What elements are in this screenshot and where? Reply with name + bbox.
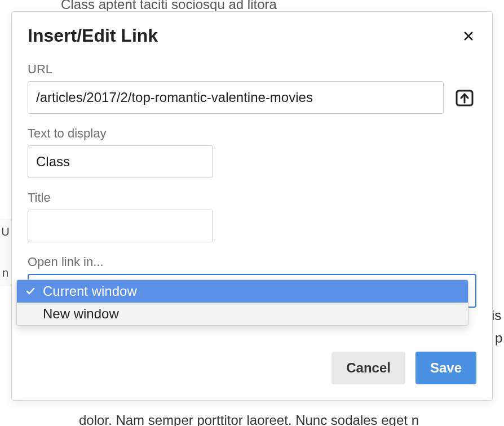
- url-row: [28, 81, 476, 114]
- sidebar-frag-text: U: [0, 225, 11, 238]
- title-label: Title: [28, 190, 476, 205]
- target-option-label: New window: [43, 306, 119, 321]
- bg-text-right2: p: [495, 330, 502, 346]
- cancel-button[interactable]: Cancel: [331, 352, 405, 384]
- target-option-new-window[interactable]: New window: [17, 303, 468, 325]
- sidebar-frag-text2: n: [0, 267, 11, 279]
- close-button[interactable]: [461, 28, 476, 44]
- title-group: Title: [28, 190, 476, 242]
- bg-text-right1: is: [492, 308, 501, 323]
- dialog-header: Insert/Edit Link: [28, 25, 476, 46]
- display-text-input[interactable]: [28, 145, 213, 178]
- sidebar-fragment: U n: [0, 219, 11, 286]
- dialog-title: Insert/Edit Link: [28, 25, 158, 46]
- link-picker-button[interactable]: [453, 86, 476, 109]
- url-input[interactable]: [28, 81, 444, 114]
- bg-text-bottom: dolor. Nam semper porttitor laoreet. Nun…: [79, 412, 419, 426]
- target-label: Open link in...: [28, 255, 476, 269]
- save-button[interactable]: Save: [415, 352, 476, 384]
- target-option-current-window[interactable]: Current window: [17, 280, 468, 303]
- url-group: URL: [28, 62, 476, 114]
- link-picker-icon: [454, 87, 475, 108]
- bg-text-top: Class aptent taciti sociosqu ad litora: [61, 0, 277, 12]
- dialog-footer: Cancel Save: [28, 352, 476, 384]
- target-select-wrap: Current window New window: [28, 274, 476, 308]
- check-icon: [25, 286, 36, 297]
- title-input[interactable]: [28, 210, 213, 242]
- url-label: URL: [28, 62, 476, 77]
- target-dropdown: Current window New window: [16, 279, 468, 326]
- close-icon: [462, 29, 475, 43]
- display-text-group: Text to display: [28, 126, 476, 178]
- target-option-label: Current window: [43, 283, 137, 299]
- insert-link-dialog: Insert/Edit Link URL Text to display: [11, 11, 493, 401]
- display-text-label: Text to display: [28, 126, 476, 141]
- target-group: Open link in... Current window New windo…: [28, 255, 476, 308]
